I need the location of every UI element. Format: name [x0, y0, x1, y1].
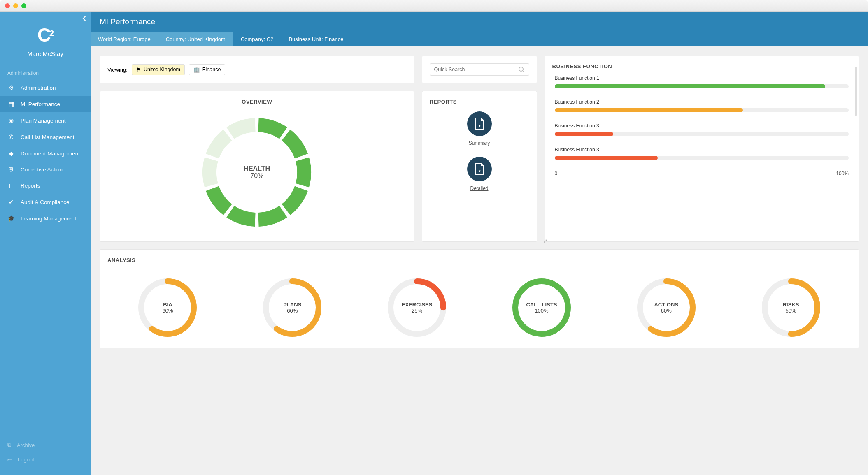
nav-icon: ◉ [7, 117, 15, 124]
expand-icon[interactable]: ⤢ [543, 238, 547, 244]
flag-icon: ⚑ [136, 67, 141, 73]
sidebar: C2 Marc McStay Administration ⚙Administr… [0, 12, 91, 475]
ring-percent: 60% [661, 308, 672, 314]
ring-label: ACTIONS [654, 301, 678, 308]
footer-icon: ⧉ [7, 442, 11, 448]
nav-icon: ✆ [7, 134, 15, 140]
viewing-toolbar: Viewing: ⚑ United Kingdom 🏢 Finance [100, 56, 414, 83]
sidebar-item-mi-performance[interactable]: ▦MI Performance [0, 96, 91, 112]
sidebar-item-label: Call List Management [21, 134, 74, 140]
breadcrumb-item[interactable]: Company: C2 [233, 32, 281, 46]
ring-percent: 100% [535, 308, 548, 314]
bizfn-row: Business Function 1 [555, 75, 849, 88]
maximize-window-dot[interactable] [21, 3, 26, 8]
viewing-country-chip[interactable]: ⚑ United Kingdom [132, 64, 185, 75]
summary-report-button[interactable]: ▾ [467, 111, 492, 136]
main: MI Performance World Region: EuropeCount… [91, 12, 868, 475]
bizfn-name: Business Function 3 [555, 123, 849, 129]
sidebar-item-audit-compliance[interactable]: ✔Audit & Compliance [0, 194, 91, 210]
sidebar-item-label: Document Management [21, 151, 80, 157]
analysis-ring-actions[interactable]: ACTIONS60% [633, 275, 699, 341]
sidebar-item-administration[interactable]: ⚙Administration [0, 79, 91, 96]
bizfn-bar [555, 84, 849, 88]
breadcrumb: World Region: EuropeCountry: United King… [91, 32, 868, 46]
building-icon: 🏢 [193, 67, 200, 73]
sidebar-item-plan-management[interactable]: ◉Plan Management [0, 112, 91, 129]
sidebar-item-label: Reports [21, 183, 40, 189]
user-name: Marc McStay [0, 50, 91, 65]
viewing-unit-chip[interactable]: 🏢 Finance [189, 64, 225, 75]
scale-max: 100% [836, 171, 849, 176]
ring-label: RISKS [783, 301, 799, 308]
reports-card: REPORTS ▾ Summary ▾ Detailed [422, 91, 537, 242]
breadcrumb-item[interactable]: Country: United Kingdom [158, 32, 233, 46]
bizfn-row: Business Function 2 [555, 99, 849, 112]
bizfn-name: Business Function 2 [555, 99, 849, 105]
ring-label: EXERCISES [402, 301, 432, 308]
footer-archive[interactable]: ⧉Archive [0, 438, 91, 452]
svg-text:▾: ▾ [478, 169, 480, 173]
nav-icon: ✔ [7, 199, 15, 205]
sidebar-item-corrective-action[interactable]: ⛨Corrective Action [0, 162, 91, 178]
analysis-title: ANALYSIS [107, 257, 851, 263]
sidebar-collapse-button[interactable] [82, 16, 86, 21]
ring-percent: 50% [786, 308, 796, 314]
brand-logo: C2 [0, 12, 91, 50]
health-percent: 70% [250, 172, 263, 180]
health-label: HEALTH [244, 165, 270, 172]
svg-line-1 [523, 71, 524, 72]
breadcrumb-item[interactable]: Business Unit: Finance [281, 32, 351, 46]
search-icon[interactable] [518, 66, 525, 73]
summary-label[interactable]: Summary [430, 140, 529, 146]
sidebar-item-call-list-management[interactable]: ✆Call List Management [0, 129, 91, 145]
detailed-label[interactable]: Detailed [430, 185, 529, 191]
sidebar-item-label: Plan Management [21, 118, 66, 124]
nav-icon: 🎓 [7, 215, 15, 222]
ring-label: PLANS [283, 301, 301, 308]
svg-point-0 [519, 67, 523, 71]
analysis-card: ANALYSIS BIA60%PLANS60%EXERCISES25%CALL … [100, 249, 859, 348]
ring-label: CALL LISTS [526, 301, 557, 308]
nav-icon: ▦ [7, 101, 15, 107]
scale-min: 0 [555, 171, 558, 176]
search-input[interactable] [434, 67, 518, 72]
bizfn-title: BUSINESS FUNCTION [552, 63, 852, 70]
bizfn-name: Business Function 1 [555, 75, 849, 81]
analysis-ring-call-lists[interactable]: CALL LISTS100% [509, 275, 575, 341]
analysis-ring-plans[interactable]: PLANS60% [259, 275, 325, 341]
pdf-file-icon: ▾ [474, 162, 485, 176]
scrollbar[interactable] [855, 67, 857, 116]
sidebar-item-label: Audit & Compliance [21, 199, 70, 205]
breadcrumb-item[interactable]: World Region: Europe [91, 32, 158, 46]
analysis-ring-bia[interactable]: BIA60% [135, 275, 200, 341]
ring-percent: 60% [162, 308, 173, 314]
business-function-card: BUSINESS FUNCTION Business Function 1Bus… [545, 56, 859, 242]
ring-percent: 25% [412, 308, 422, 314]
sidebar-section-label: Administration [0, 65, 91, 79]
bizfn-row: Business Function 3 [555, 147, 849, 160]
footer-logout[interactable]: ⇤Logout [0, 452, 91, 467]
bizfn-name: Business Function 3 [555, 147, 849, 153]
bizfn-row: Business Function 3 [555, 123, 849, 136]
nav-icon: ⚙ [7, 84, 15, 91]
sidebar-item-label: MI Performance [21, 101, 60, 107]
quick-search [422, 56, 537, 83]
sidebar-item-learning-management[interactable]: 🎓Learning Management [0, 210, 91, 227]
nav-icon: ◆ [7, 150, 15, 157]
ring-percent: 60% [287, 308, 298, 314]
detailed-report-button[interactable]: ▾ [467, 157, 492, 181]
svg-text:▾: ▾ [478, 124, 480, 128]
sidebar-item-reports[interactable]: ⫼Reports [0, 178, 91, 194]
sidebar-item-document-management[interactable]: ◆Document Management [0, 145, 91, 162]
bizfn-bar [555, 108, 849, 112]
page-title: MI Performance [91, 12, 868, 32]
ring-label: BIA [163, 301, 172, 308]
minimize-window-dot[interactable] [13, 3, 18, 8]
pdf-file-icon: ▾ [474, 117, 485, 130]
close-window-dot[interactable] [5, 3, 10, 8]
analysis-ring-exercises[interactable]: EXERCISES25% [384, 275, 450, 341]
viewing-label: Viewing: [107, 67, 128, 73]
nav-icon: ⫼ [7, 183, 15, 189]
analysis-ring-risks[interactable]: RISKS50% [758, 275, 824, 341]
bizfn-bar [555, 132, 849, 136]
